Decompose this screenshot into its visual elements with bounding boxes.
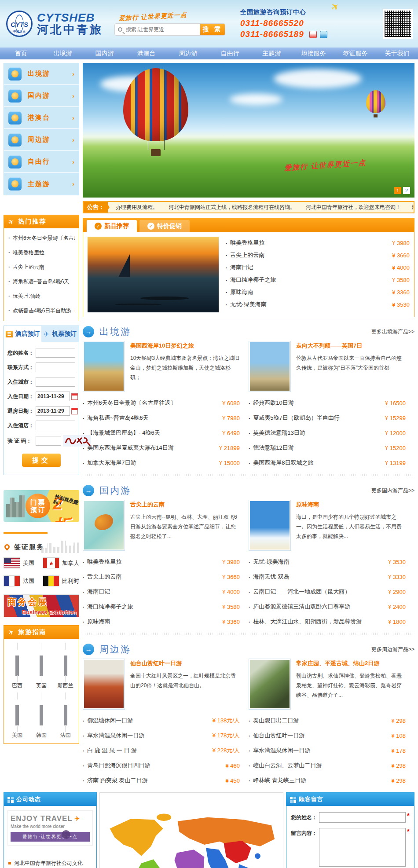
hotel-field[interactable]	[36, 421, 75, 430]
sidebar-menu-item[interactable]: 国内游 ›	[4, 85, 79, 107]
visa-country-usa[interactable]: 美国	[4, 557, 40, 568]
product-row[interactable]: 经典西欧10日游¥ 16500	[249, 396, 406, 410]
hot-item[interactable]: 舌尖上的云南	[7, 260, 75, 275]
more-link[interactable]: 更多出境游产品>>	[371, 328, 414, 336]
guest-name-field[interactable]	[319, 812, 406, 823]
product-row[interactable]: 享水湾温泉休闲一日游¥ 178元/人	[83, 728, 240, 743]
product-row[interactable]: 庐山婺源景德镇三清山双卧六日尊享游¥ 2400	[249, 599, 406, 614]
product-row[interactable]: 夏威夷5晚7日（欧胡岛）半自由行¥ 15299	[249, 410, 406, 425]
product-row[interactable]: 唯美香格里拉 ¥ 3980	[226, 237, 410, 249]
product-row[interactable]: 舌尖上的云南¥ 3660	[83, 569, 240, 584]
product-row[interactable]: 峰林峡 青龙峡三日游¥ 298	[249, 773, 406, 788]
weibo-icon[interactable]	[309, 31, 317, 38]
hot-item[interactable]: 玩美.七仙岭	[7, 289, 75, 304]
tab-new-products[interactable]: ✓新品推荐	[87, 220, 137, 232]
guest-message-field[interactable]	[319, 828, 406, 867]
product-row[interactable]: 仙台山赏红叶一日游¥ 108	[249, 728, 406, 743]
news-item[interactable]: 河北中国青年旅行社公司文化	[8, 860, 92, 868]
featured-product[interactable]: 走向大不列颠——英国7日伦敦从古代罗马帝国以来一直保持着自己的悠久传统，是被称为…	[249, 341, 414, 392]
guide-france[interactable]: 法国	[55, 693, 76, 739]
product-row[interactable]: 【海景城堡巴厘岛】- 4晚6天¥ 6490	[83, 425, 240, 440]
product-row[interactable]: 海南日记 ¥ 4000	[226, 261, 410, 274]
expo-banner[interactable]: 商务会展 Business Exhibition	[4, 594, 79, 617]
nav-item[interactable]: 地接服务	[293, 48, 334, 59]
featured-product[interactable]: 仙台山赏红叶一日游全国十大红叶风景区之一，红叶规模是北京香山的20倍！这就是河北…	[83, 659, 249, 710]
qq-icon[interactable]	[320, 31, 327, 38]
product-row[interactable]: 舌尖上的云南 ¥ 3660	[226, 249, 410, 261]
product-row[interactable]: 无忧·绿美海南 ¥ 3530	[226, 298, 410, 311]
tab-hotel-booking[interactable]: 酒店预订	[4, 326, 41, 342]
sidebar-menu-item[interactable]: 周边游 ›	[4, 129, 79, 151]
hot-item[interactable]: 唯美香格里拉	[7, 245, 75, 260]
submit-button[interactable]: 提交	[22, 454, 61, 467]
product-row[interactable]: 御温塘休闲一日游¥ 138元/人	[83, 713, 240, 728]
product-row[interactable]: 海口纯净椰子之旅 ¥ 3580	[226, 274, 410, 286]
featured-product[interactable]: 舌尖上的云南舌尖上的云南--昆明、石林、大理、丽江双飞6日游从旅游各要素全方位阐…	[83, 500, 249, 551]
product-row[interactable]: 原味海南¥ 3360	[83, 614, 240, 629]
guide-korea[interactable]: 韩国	[31, 693, 52, 739]
hot-item[interactable]: 欢畅普吉4晚6日半自助游（无购物无	[7, 304, 75, 318]
product-row[interactable]: 原味海南 ¥ 3360	[226, 286, 410, 298]
nav-item[interactable]: 关于我们	[376, 48, 418, 59]
site-logo[interactable]: CYTS中国青旅 CYTSHEB 河北中青旅	[6, 11, 103, 37]
checkin-date-field[interactable]	[36, 392, 70, 401]
nav-item[interactable]: 国内游	[84, 48, 125, 59]
product-row[interactable]: 海口纯净椰子之旅¥ 3580	[83, 599, 240, 614]
hero-banner[interactable]: 爱旅行 让世界更近一点 1 2	[83, 63, 414, 198]
product-row[interactable]: 桂林、大漓江山水、阳朔西街，新品尊贵游¥ 1800	[249, 614, 406, 629]
product-row[interactable]: 美国东西海岸夏威夷大瀑布14日游¥ 21899	[83, 440, 240, 455]
nav-item[interactable]: 主题游	[251, 48, 293, 59]
visa-country-france[interactable]: 法国	[4, 575, 40, 586]
banner-page-2[interactable]: 2	[403, 187, 410, 194]
hot-item[interactable]: 海角私语~普吉岛4晚6天	[7, 275, 75, 289]
more-link[interactable]: 更多周边游产品>>	[371, 646, 414, 653]
search-button[interactable]: 搜 索	[200, 23, 225, 36]
sidebar-menu-item[interactable]: 港澳台 ›	[4, 107, 79, 129]
featured-product[interactable]: 常家庄园、平遥古城、绵山2日游朝山访古刹、求仙拜神佛、登岭赏松柏、看悬泉柏龙、望…	[249, 659, 414, 710]
sidebar-menu-item[interactable]: 主题游 ›	[4, 173, 79, 195]
contact-field[interactable]	[36, 363, 75, 372]
featured-product[interactable]: 美国西海岸10日梦幻之旅10天畅游3大经典城市及著名景点：湾边之城旧金山，梦幻之…	[83, 341, 249, 392]
name-field[interactable]	[36, 348, 75, 358]
guide-newzealand[interactable]: 新西兰	[55, 643, 76, 689]
nav-item[interactable]: 港澳台	[125, 48, 167, 59]
guide-usa[interactable]: 美国	[7, 693, 28, 739]
product-row[interactable]: 济南 趵突泉 泰山二日游¥ 450	[83, 773, 240, 788]
sidebar-menu-item[interactable]: 出境游 ›	[4, 63, 79, 85]
nav-item[interactable]: 周边游	[167, 48, 209, 59]
tab-flight-booking[interactable]: ✈ 机票预订	[41, 326, 79, 342]
product-row[interactable]: 海南无忧·双岛¥ 3330	[249, 569, 406, 584]
guide-brazil[interactable]: 巴西	[7, 643, 28, 689]
captcha-field[interactable]	[36, 436, 61, 446]
featured-product[interactable]: 原味海南海口，是中国少有的几个特别好过的城市之一。因为生活程度低，人们容易生活，…	[249, 500, 414, 551]
calendar-icon[interactable]	[71, 408, 78, 414]
product-row[interactable]: 英美德法意瑞13日游¥ 12000	[249, 425, 406, 440]
visa-country-belgium[interactable]: 比利时	[43, 575, 79, 586]
checkout-date-field[interactable]	[36, 406, 70, 416]
product-row[interactable]: 美国西海岸8日双城之旅¥ 13199	[249, 455, 406, 470]
product-row[interactable]: 崆山白云洞、云梦山二日游¥ 298	[249, 758, 406, 773]
visa-country-canada[interactable]: 加拿大	[43, 557, 79, 568]
product-row[interactable]: 加拿大东海岸7日游¥ 15000	[83, 455, 240, 470]
hot-item[interactable]: 本州6天冬日全景游〔名古屋往返〕	[7, 231, 75, 245]
product-row[interactable]: 泰山观日出二日游¥ 298	[249, 713, 406, 728]
nav-item[interactable]: 签证服务	[334, 48, 376, 59]
nav-item[interactable]: 首页	[0, 48, 42, 59]
product-row[interactable]: 青岛日照海滨假日四日游¥ 460	[83, 758, 240, 773]
ticket-banner[interactable]: 门票预订 2折起 抢到就是赚到！	[4, 490, 79, 522]
product-row[interactable]: 无忧·绿美海南¥ 3530	[249, 554, 406, 569]
product-row[interactable]: 德法意瑞12日游¥ 15200	[249, 440, 406, 455]
product-row[interactable]: 云南日记——河北一地成团（昆大丽）¥ 2900	[249, 584, 406, 599]
nav-item[interactable]: 出境游	[42, 48, 84, 59]
tab-special-offers[interactable]: ✓特价促销	[139, 220, 190, 232]
more-link[interactable]: 更多国内游产品>>	[371, 487, 414, 494]
nav-item[interactable]: 自由行	[209, 48, 251, 59]
product-row[interactable]: 享水湾温泉休闲一日游¥ 178	[249, 743, 406, 758]
product-row[interactable]: 本州6天冬日全景游〔名古屋往返〕¥ 6080	[83, 396, 240, 410]
product-row[interactable]: 海南日记¥ 4000	[83, 584, 240, 599]
banner-page-1[interactable]: 1	[394, 187, 401, 194]
sidebar-menu-item[interactable]: 自由行 ›	[4, 151, 79, 173]
product-row[interactable]: 海角私语~普吉岛4晚6天¥ 7980	[83, 410, 240, 425]
product-row[interactable]: 唯美香格里拉¥ 3980	[83, 554, 240, 569]
city-field[interactable]	[36, 377, 75, 387]
